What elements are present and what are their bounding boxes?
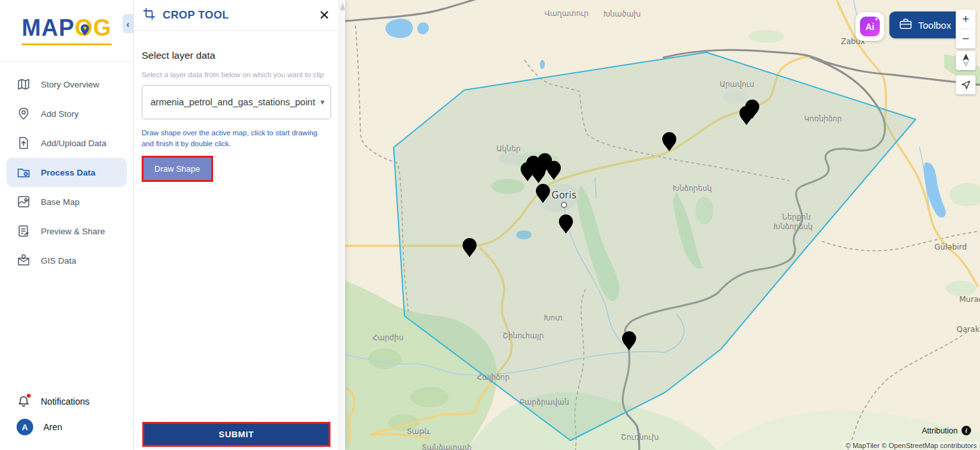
logo-text-map: MAP bbox=[22, 15, 75, 41]
sidebar-item-icon bbox=[17, 224, 31, 238]
zoom-out-button[interactable]: − bbox=[956, 29, 976, 49]
sidebar-item-gis-data[interactable]: GIS Data bbox=[6, 246, 127, 275]
close-icon[interactable]: ✕ bbox=[318, 8, 330, 22]
crop-tool-title: CROP TOOL bbox=[163, 9, 311, 22]
draw-shape-highlight: Draw Shape bbox=[142, 156, 213, 182]
zoom-control: + − bbox=[956, 10, 976, 49]
crop-tool-panel: CROP TOOL ✕ Select layer data Select a l… bbox=[134, 0, 345, 450]
notification-badge bbox=[27, 394, 31, 398]
submit-button[interactable]: SUBMIT bbox=[144, 424, 329, 445]
sidebar-item-icon bbox=[17, 107, 31, 121]
sidebar-item-icon bbox=[17, 195, 31, 209]
bell-icon bbox=[17, 394, 31, 409]
toolbox-label: Toolbox bbox=[918, 20, 951, 31]
sidebar-item-label: Preview & Share bbox=[41, 227, 105, 236]
layer-select-value: armenia_petrol_and_gas_stations_point bbox=[151, 97, 315, 107]
map-label: Güləbird bbox=[935, 243, 967, 251]
zoom-in-button[interactable]: + bbox=[956, 10, 976, 29]
sparkle-icon: ✦ bbox=[874, 17, 879, 22]
map-label: Խնձորեսկ bbox=[672, 184, 711, 193]
layer-select[interactable]: armenia_petrol_and_gas_stations_point ▼ bbox=[142, 85, 331, 119]
sidebar-item-icon bbox=[17, 77, 31, 91]
compass-control bbox=[956, 51, 976, 70]
draw-shape-button[interactable]: Draw Shape bbox=[144, 158, 211, 180]
sidebar-item-preview-share[interactable]: Preview & Share bbox=[6, 216, 127, 246]
map-label: Շուռնուխ bbox=[621, 433, 658, 442]
submit-highlight: SUBMIT bbox=[142, 422, 330, 447]
map-label: Խնածախ bbox=[604, 10, 641, 19]
sidebar-item-icon bbox=[17, 253, 31, 267]
sidebar-collapse-button[interactable]: ‹ bbox=[122, 14, 133, 33]
sidebar-item-label: Add/Upload Data bbox=[41, 139, 107, 148]
notifications-item[interactable]: Notifications bbox=[6, 389, 127, 414]
map-canvas[interactable]: ՎաղատուրԽնածախZabuxԱրավուսԿոռնիձորԱկներԽ… bbox=[345, 0, 980, 450]
map-credits: © MapTiler © OpenStreetMap contributors bbox=[843, 442, 979, 449]
sidebar-item-process-data[interactable]: Process Data bbox=[6, 158, 127, 187]
map-label: Տանձատափ bbox=[422, 443, 471, 450]
map-base-layer: ՎաղատուրԽնածախZabuxԱրավուսԿոռնիձորԱկներԽ… bbox=[345, 0, 980, 450]
map-label: Qaraki bbox=[956, 325, 980, 334]
user-item[interactable]: A Aren bbox=[6, 414, 127, 440]
map-label: Բարձրավան bbox=[519, 398, 569, 407]
map-label: Հալիձոր bbox=[477, 373, 509, 382]
ai-assistant-button[interactable]: Ai ✦ bbox=[856, 12, 884, 41]
sidebar-item-label: Process Data bbox=[41, 168, 96, 177]
logo-area: MAPOG ‹ bbox=[0, 0, 133, 62]
toolbox-button[interactable]: Toolbox bbox=[889, 11, 961, 38]
notifications-label: Notifications bbox=[41, 396, 89, 407]
avatar: A bbox=[17, 419, 33, 435]
map-label: Կոռնիձոր bbox=[804, 114, 842, 123]
map-label: Ակներ bbox=[496, 144, 521, 153]
draw-instruction: Draw shape over the active map, click to… bbox=[142, 128, 331, 149]
map-label: Վաղատուր bbox=[544, 9, 588, 18]
select-layer-helper: Select a layer data from below on which … bbox=[142, 71, 331, 79]
map-label: Հարժիս bbox=[373, 333, 404, 342]
sidebar: MAPOG ‹ Story OverviewAdd StoryAdd/Uploa… bbox=[0, 0, 134, 450]
compass-icon[interactable] bbox=[956, 51, 976, 70]
attribution: Attribution i bbox=[922, 426, 971, 435]
attribution-label: Attribution bbox=[922, 426, 958, 435]
sidebar-nav: Story OverviewAdd StoryAdd/Upload DataPr… bbox=[0, 62, 133, 389]
sidebar-item-add-story[interactable]: Add Story bbox=[6, 99, 127, 128]
map-label: Արավուս bbox=[720, 80, 754, 89]
map-label-goris: Goris bbox=[552, 190, 577, 201]
sidebar-item-base-map[interactable]: Base Map bbox=[6, 187, 127, 216]
chevron-down-icon: ▼ bbox=[319, 98, 326, 106]
user-name: Aren bbox=[43, 422, 63, 432]
info-icon[interactable]: i bbox=[961, 426, 971, 435]
locate-control bbox=[956, 75, 976, 94]
panel-scrollbar[interactable] bbox=[339, 0, 345, 450]
logo-pin-icon bbox=[80, 17, 90, 40]
sidebar-item-icon bbox=[17, 165, 31, 179]
map-label: Շինուհայր bbox=[503, 331, 544, 340]
sidebar-item-story-overview[interactable]: Story Overview bbox=[6, 70, 127, 99]
chevron-left-icon: ‹ bbox=[126, 19, 130, 29]
sidebar-item-label: Add Story bbox=[41, 109, 78, 119]
crop-tool-body: Select layer data Select a layer data fr… bbox=[134, 31, 339, 422]
sidebar-bottom: Notifications A Aren bbox=[0, 389, 133, 450]
locate-icon[interactable] bbox=[956, 75, 976, 94]
sidebar-item-icon bbox=[17, 136, 31, 150]
map-label: Muradx bbox=[960, 295, 980, 304]
sidebar-item-label: Base Map bbox=[41, 197, 80, 207]
crop-tool-header: CROP TOOL ✕ bbox=[134, 0, 339, 31]
map-label: Խնձորեսկ bbox=[773, 222, 812, 231]
sidebar-item-label: GIS Data bbox=[41, 256, 77, 266]
map-label: Ներքին bbox=[782, 213, 811, 221]
mapog-logo: MAPOG bbox=[22, 17, 112, 45]
sidebar-item-add-upload-data[interactable]: Add/Upload Data bbox=[6, 128, 127, 158]
scrollbar-thumb[interactable] bbox=[340, 1, 345, 10]
map-label: Տաթև bbox=[406, 427, 431, 436]
goris-town-marker bbox=[561, 202, 567, 207]
map-label: Խոտ bbox=[544, 313, 562, 322]
sidebar-item-label: Story Overview bbox=[41, 80, 100, 89]
toolbox-icon bbox=[900, 19, 912, 31]
crop-icon bbox=[143, 8, 156, 23]
ai-icon: Ai ✦ bbox=[860, 17, 880, 36]
select-layer-heading: Select layer data bbox=[142, 50, 331, 61]
